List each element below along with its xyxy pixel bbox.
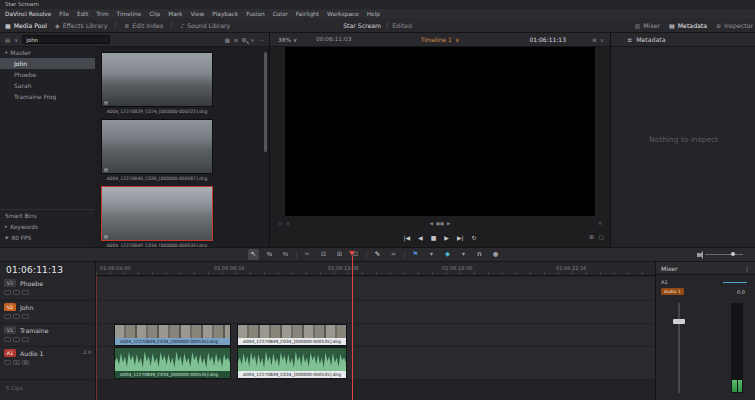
metadata-button[interactable]: ▤ Metadata — [669, 22, 707, 29]
smart-bin-keywords[interactable]: ▸ Keywords — [0, 221, 95, 232]
timeline-tracks-area[interactable]: 01:06:04:00 01:06:08:16 01:06:13:08 01:0… — [96, 262, 655, 400]
track-header-v1[interactable]: V1 Tramaine — [0, 324, 96, 347]
clip-thumbnail[interactable]: ▤ — [101, 186, 213, 241]
menu-edit[interactable]: Edit — [77, 11, 88, 17]
thumbnail-view-icon[interactable]: ▦ — [225, 37, 230, 43]
track-lane-v3[interactable] — [96, 277, 655, 301]
smart-bin-80fps[interactable]: ◈ 80 FPS — [0, 232, 95, 243]
menu-playback[interactable]: Playback — [212, 11, 238, 17]
timeline-select[interactable]: Timeline 1 ∨ — [421, 33, 460, 46]
shuttle-right-icon[interactable]: ▶ — [447, 221, 450, 226]
mixer-options-icon[interactable]: ⋮ — [744, 265, 750, 272]
go-to-start-button[interactable]: |◀ — [403, 234, 410, 241]
track-lane-v2[interactable] — [96, 301, 655, 324]
flag-button[interactable]: ⚑ — [410, 249, 421, 260]
sound-library-button[interactable]: ♪ Sound Library — [180, 22, 230, 29]
volume-slider[interactable] — [705, 254, 743, 255]
track-badge-target[interactable]: V2 — [4, 303, 16, 311]
enable-track-icon[interactable] — [22, 337, 29, 342]
video-canvas[interactable] — [285, 47, 595, 216]
fader-handle[interactable] — [673, 319, 685, 324]
playhead-handle[interactable] — [349, 251, 355, 256]
search-input[interactable] — [22, 35, 110, 44]
trim-edit-tool-button[interactable]: ↹ — [264, 249, 275, 260]
video-clip-selected[interactable]: A004_12270849_C034_[000000-000535].dng — [237, 324, 347, 346]
media-clip-selected[interactable]: ▤ A004_12270849_C034_[000000-000535].dng — [101, 186, 213, 248]
media-clip[interactable]: ▤ A004_12270829_C074_[000000-000322].dng — [101, 52, 213, 114]
menu-workspace[interactable]: Workspace — [327, 11, 359, 17]
go-to-end-button[interactable]: ▶| — [457, 234, 464, 241]
pen-tool-button[interactable]: ✎ — [372, 249, 383, 260]
playhead-line[interactable] — [352, 256, 353, 400]
audio-track-badge[interactable]: A1 — [4, 349, 16, 357]
track-name[interactable]: Tramaine — [20, 327, 48, 334]
enable-track-icon[interactable] — [22, 314, 29, 319]
marker-button[interactable]: ◆ — [442, 249, 453, 260]
overwrite-clip-button[interactable]: ⊞ — [334, 249, 345, 260]
menu-mark[interactable]: Mark — [168, 11, 182, 17]
video-clip[interactable]: A004_12270849_C034_[000000-000535].dng — [114, 324, 231, 346]
track-name[interactable]: Audio 1 — [20, 350, 44, 357]
expand-icon[interactable]: ▾ — [5, 50, 7, 55]
scrollbar[interactable] — [264, 52, 267, 152]
track-header-a1[interactable]: A1 Audio 1 2.0 S M — [0, 347, 96, 380]
chevron-down-icon[interactable]: ∨ — [14, 37, 18, 43]
pan-control[interactable] — [723, 282, 747, 283]
sort-chevron-icon[interactable]: ∨ — [250, 37, 254, 43]
track-badge[interactable]: V1 — [4, 326, 16, 334]
auto-select-icon[interactable] — [13, 337, 20, 342]
solo-button[interactable]: S — [13, 360, 20, 365]
bin-john[interactable]: John — [0, 58, 95, 69]
fader-track[interactable] — [678, 303, 680, 393]
track-header-v2[interactable]: V2 John — [0, 301, 96, 324]
audio-clip-selected[interactable]: A004_12270849_C034_[000000-000535].dng — [237, 347, 347, 379]
speaker-icon[interactable] — [697, 253, 700, 257]
smart-bins-header[interactable]: Smart Bins — [0, 210, 95, 221]
bin-view-icon[interactable]: ▤ — [5, 37, 10, 43]
menu-davinci-resolve[interactable]: DaVinci Resolve — [5, 11, 51, 17]
bus-assign-button[interactable]: Audio 1 — [661, 288, 684, 295]
viewer-zoom-select[interactable]: 38% ∨ — [278, 33, 297, 46]
list-view-icon[interactable]: ≡ — [234, 37, 239, 43]
grab-still-icon[interactable]: ⊞ — [589, 234, 594, 240]
chevron-down-icon[interactable]: ∨ — [286, 221, 289, 226]
menu-fusion[interactable]: Fusion — [246, 11, 265, 17]
auto-select-icon[interactable] — [13, 290, 20, 295]
collapse-icon[interactable]: ▸ — [5, 224, 7, 229]
inspector-button[interactable]: ⊕ Inspector — [716, 22, 753, 29]
snapping-button[interactable]: ∩ — [474, 249, 485, 260]
menu-trim[interactable]: Trim — [96, 11, 108, 17]
flag-chevron-icon[interactable]: ▾ — [426, 249, 437, 260]
menu-color[interactable]: Color — [273, 11, 288, 17]
viewer-options-icon[interactable]: ⊞ — [592, 37, 596, 43]
menu-view[interactable]: View — [190, 11, 204, 17]
shuttle-left-icon[interactable]: ◀ — [430, 221, 433, 226]
shuttle-control[interactable]: ◀ ●● ▶ — [430, 218, 451, 229]
link-clips-button[interactable]: ∞ — [388, 249, 399, 260]
bin-master[interactable]: ▾ Master — [0, 47, 95, 58]
menu-file[interactable]: File — [59, 11, 69, 17]
effects-library-button[interactable]: ◆ Effects Library — [55, 22, 107, 29]
more-options-icon[interactable]: ⋯ — [259, 37, 265, 43]
shuttle-dots-icon[interactable]: ●● — [436, 221, 444, 226]
track-header-v3[interactable]: V3 Phoebe — [0, 277, 96, 301]
viewer-mode-icon[interactable]: ▢ — [278, 221, 282, 226]
track-badge[interactable]: V3 — [4, 279, 16, 287]
auto-select-icon[interactable] — [13, 314, 20, 319]
razor-tool-button[interactable]: ✂ — [302, 249, 313, 260]
loop-button[interactable]: ↻ — [472, 234, 477, 241]
dynamic-trim-tool-button[interactable]: ⇆ — [280, 249, 291, 260]
volume-knob[interactable] — [731, 252, 735, 256]
timeline-ruler[interactable]: 01:06:04:00 01:06:08:16 01:06:13:08 01:0… — [96, 262, 655, 276]
lock-icon[interactable] — [4, 360, 11, 365]
lock-icon[interactable] — [4, 337, 11, 342]
center-playhead-button[interactable]: ● — [490, 249, 501, 260]
stop-button[interactable]: ■ — [431, 234, 437, 241]
bin-tramaine-frog[interactable]: Tramaine Frog — [0, 91, 95, 102]
lock-icon[interactable] — [4, 314, 11, 319]
match-frame-icon[interactable]: ≡ — [598, 221, 602, 226]
media-pool-button[interactable]: ▦ Media Pool — [5, 22, 47, 29]
mute-button[interactable]: M — [22, 360, 29, 365]
menu-help[interactable]: Help — [367, 11, 380, 17]
enable-track-icon[interactable] — [22, 290, 29, 295]
